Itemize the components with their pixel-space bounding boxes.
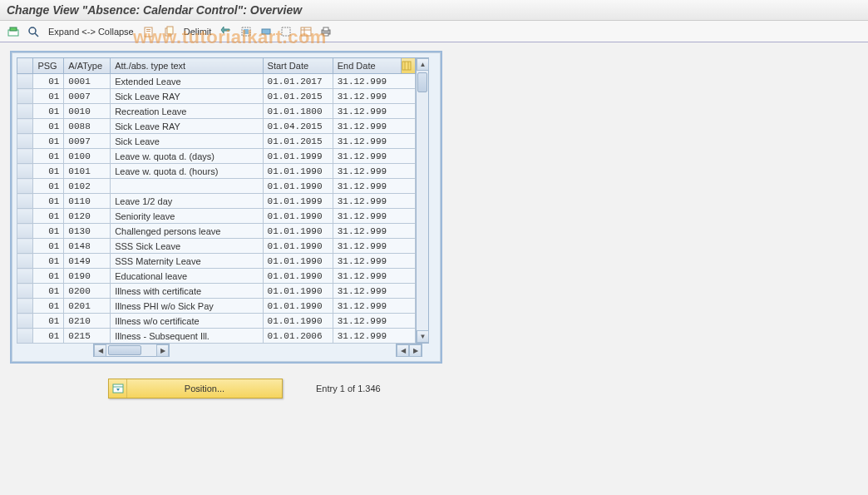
hscroll-right-icon[interactable]: ▶ — [156, 344, 169, 357]
row-selector[interactable] — [17, 254, 33, 269]
table-row[interactable]: 010088Sick Leave RAY01.04.201531.12.999 — [17, 119, 416, 134]
print-icon[interactable] — [318, 24, 334, 39]
cell-aatype[interactable]: 0190 — [64, 269, 111, 284]
cell-aatype[interactable]: 0120 — [64, 209, 111, 224]
table-row[interactable]: 010201Illness PHI w/o Sick Pay01.01.1990… — [17, 299, 416, 314]
other-view-icon[interactable] — [5, 24, 22, 39]
horizontal-scrollbar-right[interactable]: ◀ ▶ — [396, 344, 422, 357]
deselect-all-icon[interactable] — [278, 24, 294, 39]
cell-text[interactable]: Illness with certificate — [111, 284, 263, 299]
cell-end[interactable]: 31.12.999 — [333, 254, 415, 269]
select-all-icon[interactable] — [238, 24, 254, 39]
cell-aatype[interactable]: 0007 — [64, 89, 111, 104]
cell-text[interactable]: Seniority leave — [111, 209, 263, 224]
cell-text[interactable]: Leave w. quota d. (days) — [111, 149, 263, 164]
cell-text[interactable]: Sick Leave RAY — [111, 119, 263, 134]
table-row[interactable]: 010210Illness w/o certificate01.01.19903… — [17, 314, 416, 329]
cell-start[interactable]: 01.01.2017 — [263, 74, 333, 89]
row-selector[interactable] — [17, 314, 33, 329]
horizontal-scrollbar-left[interactable]: ◀ ▶ — [93, 344, 170, 357]
cell-psg[interactable]: 01 — [33, 299, 64, 314]
row-selector[interactable] — [17, 149, 33, 164]
row-selector-header[interactable] — [17, 58, 33, 74]
cell-start[interactable]: 01.01.1800 — [263, 104, 333, 119]
cell-end[interactable]: 31.12.999 — [333, 149, 415, 164]
cell-psg[interactable]: 01 — [33, 254, 64, 269]
cell-aatype[interactable]: 0097 — [64, 134, 111, 149]
cell-start[interactable]: 01.01.2015 — [263, 89, 333, 104]
table-row[interactable]: 010190Educational leave01.01.199031.12.9… — [17, 269, 416, 284]
cell-text[interactable]: SSS Maternity Leave — [111, 254, 263, 269]
cell-aatype[interactable]: 0149 — [64, 254, 111, 269]
cell-psg[interactable]: 01 — [33, 329, 64, 344]
col-header-end[interactable]: End Date — [333, 58, 401, 74]
scroll-thumb[interactable] — [417, 72, 427, 92]
copy-icon[interactable] — [160, 24, 177, 39]
cell-end[interactable]: 31.12.999 — [333, 74, 415, 89]
table-row[interactable]: 010148SSS Sick Leave01.01.199031.12.999 — [17, 239, 416, 254]
cell-psg[interactable]: 01 — [33, 119, 64, 134]
cell-text[interactable]: Leave 1/2 day — [111, 194, 263, 209]
undo-icon[interactable] — [218, 24, 234, 39]
cell-end[interactable]: 31.12.999 — [333, 299, 415, 314]
cell-start[interactable]: 01.01.1990 — [263, 284, 333, 299]
table-row[interactable]: 010010Recreation Leave01.01.180031.12.99… — [17, 104, 416, 119]
table-row[interactable]: 010007Sick Leave RAY01.01.201531.12.999 — [17, 89, 416, 104]
scroll-track[interactable] — [417, 71, 428, 330]
cell-aatype[interactable]: 0100 — [64, 149, 111, 164]
cell-start[interactable]: 01.01.1999 — [263, 149, 333, 164]
cell-text[interactable]: Educational leave — [111, 269, 263, 284]
cell-end[interactable]: 31.12.999 — [333, 239, 415, 254]
col-header-text[interactable]: Att./abs. type text — [111, 58, 263, 74]
row-selector[interactable] — [17, 134, 33, 149]
cell-psg[interactable]: 01 — [33, 149, 64, 164]
cell-start[interactable]: 01.01.1990 — [263, 299, 333, 314]
cell-text[interactable]: Recreation Leave — [111, 104, 263, 119]
row-selector[interactable] — [17, 239, 33, 254]
cell-start[interactable]: 01.01.1990 — [263, 179, 333, 194]
cell-start[interactable]: 01.01.2006 — [263, 329, 333, 344]
cell-psg[interactable]: 01 — [33, 164, 64, 179]
hscroll2-right-icon[interactable]: ▶ — [409, 344, 422, 357]
cell-end[interactable]: 31.12.999 — [333, 329, 415, 344]
cell-psg[interactable]: 01 — [33, 104, 64, 119]
cell-aatype[interactable]: 0001 — [64, 74, 111, 89]
col-header-psg[interactable]: PSG — [33, 58, 64, 74]
new-entries-icon[interactable] — [141, 24, 157, 39]
cell-end[interactable]: 31.12.999 — [333, 134, 415, 149]
cell-text[interactable]: Sick Leave RAY — [111, 89, 263, 104]
cell-end[interactable]: 31.12.999 — [333, 89, 415, 104]
table-row[interactable]: 010097Sick Leave01.01.201531.12.999 — [17, 134, 416, 149]
cell-text[interactable]: Leave w. quota d. (hours) — [111, 164, 263, 179]
cell-psg[interactable]: 01 — [33, 314, 64, 329]
cell-end[interactable]: 31.12.999 — [333, 179, 415, 194]
cell-aatype[interactable]: 0200 — [64, 284, 111, 299]
table-row[interactable]: 010101Leave w. quota d. (hours)01.01.199… — [17, 164, 416, 179]
cell-end[interactable]: 31.12.999 — [333, 209, 415, 224]
row-selector[interactable] — [17, 329, 33, 344]
cell-start[interactable]: 01.01.2015 — [263, 134, 333, 149]
cell-psg[interactable]: 01 — [33, 209, 64, 224]
table-row[interactable]: 010149SSS Maternity Leave01.01.199031.12… — [17, 254, 416, 269]
col-header-aatype[interactable]: A/AType — [64, 58, 111, 74]
row-selector[interactable] — [17, 284, 33, 299]
row-selector[interactable] — [17, 194, 33, 209]
row-selector[interactable] — [17, 299, 33, 314]
row-selector[interactable] — [17, 74, 33, 89]
scroll-down-icon[interactable]: ▼ — [417, 330, 429, 343]
vertical-scrollbar[interactable]: ▲ ▼ — [416, 57, 429, 344]
row-selector[interactable] — [17, 104, 33, 119]
cell-text[interactable]: Sick Leave — [111, 134, 263, 149]
cell-start[interactable]: 01.01.1990 — [263, 239, 333, 254]
cell-aatype[interactable]: 0210 — [64, 314, 111, 329]
cell-aatype[interactable]: 0102 — [64, 179, 111, 194]
table-row[interactable]: 010215Illness - Subsequent Ill.01.01.200… — [17, 329, 416, 344]
cell-aatype[interactable]: 0201 — [64, 299, 111, 314]
cell-start[interactable]: 01.01.1990 — [263, 269, 333, 284]
cell-psg[interactable]: 01 — [33, 134, 64, 149]
delimit-button[interactable]: Delimit — [180, 27, 215, 37]
cell-end[interactable]: 31.12.999 — [333, 224, 415, 239]
cell-start[interactable]: 01.01.1999 — [263, 194, 333, 209]
scroll-up-icon[interactable]: ▲ — [417, 58, 429, 71]
cell-end[interactable]: 31.12.999 — [333, 104, 415, 119]
